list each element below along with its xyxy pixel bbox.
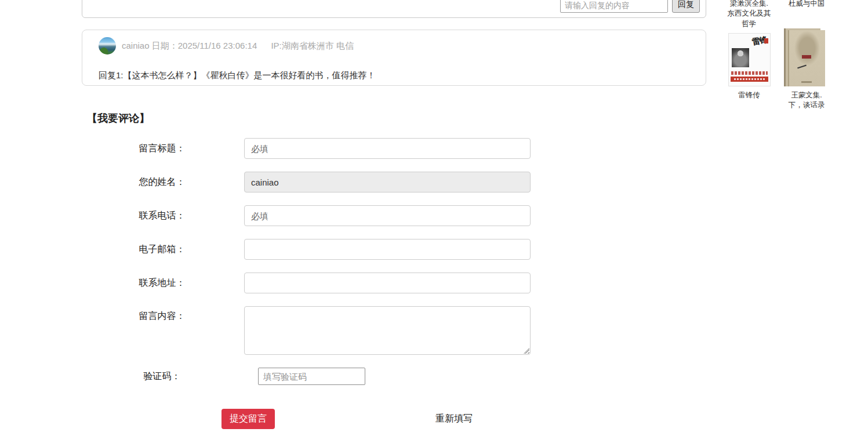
comment-ip: IP:湖南省株洲市 电信 <box>271 41 354 50</box>
comment-header: cainiao 日期：2025/11/16 23:06:14 IP:湖南省株洲市… <box>99 37 354 55</box>
book-item-duwei[interactable]: 杜威与中国 <box>784 0 829 9</box>
book-item-liangshuming[interactable]: 梁漱溟全集. 东西文化及其哲学 <box>727 0 772 29</box>
form-row-captcha: 验证码： <box>82 368 633 385</box>
address-label: 联系地址： <box>137 277 187 289</box>
section-title: 【我要评论】 <box>87 111 150 125</box>
message-title-label: 留言标题： <box>137 143 187 155</box>
form-row-phone: 联系电话： <box>82 205 633 226</box>
user-avatar <box>99 37 116 55</box>
cover-red-band <box>731 77 768 82</box>
email-label: 电子邮箱： <box>137 244 187 256</box>
comment-content: 回复1:【这本书怎么样？】《瞿秋白传》是一本很好看的书，值得推荐！ <box>99 70 376 81</box>
phone-label: 联系电话： <box>137 210 187 222</box>
name-label: 您的姓名： <box>137 176 187 188</box>
reply-input[interactable] <box>560 0 668 13</box>
comment-username: cainiao <box>122 41 150 50</box>
book-title[interactable]: 杜威与中国 <box>784 0 829 9</box>
leifeng-portrait-photo <box>732 48 749 67</box>
reset-button[interactable]: 重新填写 <box>435 413 473 425</box>
book-item-leifengzhuan[interactable]: 雷锋 雷锋传 <box>727 30 772 100</box>
email-input[interactable] <box>244 239 531 260</box>
comment-card: cainiao 日期：2025/11/16 23:06:14 IP:湖南省株洲市… <box>82 30 706 86</box>
submit-button[interactable]: 提交留言 <box>221 409 275 429</box>
cover-red-text-line <box>731 71 768 75</box>
address-input[interactable] <box>244 273 531 293</box>
book-item-wangmeng[interactable]: 王蒙文集. 下，谈话录 <box>784 28 829 111</box>
reply-bar: 回复 <box>82 0 706 18</box>
publisher-mark <box>801 81 812 83</box>
message-title-input[interactable] <box>244 138 531 159</box>
book-title[interactable]: 梁漱溟全集. 东西文化及其哲学 <box>727 0 772 29</box>
message-content-label: 留言内容： <box>137 306 187 322</box>
phone-input[interactable] <box>244 205 531 226</box>
message-content-textarea[interactable] <box>244 306 531 355</box>
cover-title-block <box>802 55 811 59</box>
book-title[interactable]: 王蒙文集. 下，谈话录 <box>784 90 829 111</box>
comment-form: 留言标题： 您的姓名： 联系电话： 电子邮箱： 联系地址： 留言内容： 验证码：… <box>82 138 633 429</box>
form-row-content: 留言内容： <box>82 306 633 355</box>
comment-meta: cainiao 日期：2025/11/16 23:06:14 IP:湖南省株洲市… <box>122 41 354 52</box>
form-row-email: 电子邮箱： <box>82 239 633 260</box>
red-seal-icon <box>764 38 768 43</box>
book-cover-leifengzhuan[interactable]: 雷锋 <box>728 33 771 86</box>
name-input[interactable] <box>244 172 531 193</box>
reply-button[interactable]: 回复 <box>672 0 700 13</box>
comment-datetime: 2025/11/16 23:06:14 <box>178 41 257 50</box>
form-row-title: 留言标题： <box>82 138 633 159</box>
book-cover-wangmeng[interactable] <box>788 30 825 86</box>
form-buttons: 提交留言 重新填写 <box>82 409 633 429</box>
form-row-name: 您的姓名： <box>82 172 633 193</box>
cover-band-text <box>734 78 765 80</box>
comment-date-label: 日期： <box>152 41 178 50</box>
captcha-label: 验证码： <box>137 371 187 383</box>
captcha-input[interactable] <box>258 368 365 385</box>
form-row-address: 联系地址： <box>82 273 633 293</box>
message-content-wrap <box>244 306 531 355</box>
book-title[interactable]: 雷锋传 <box>727 90 772 100</box>
